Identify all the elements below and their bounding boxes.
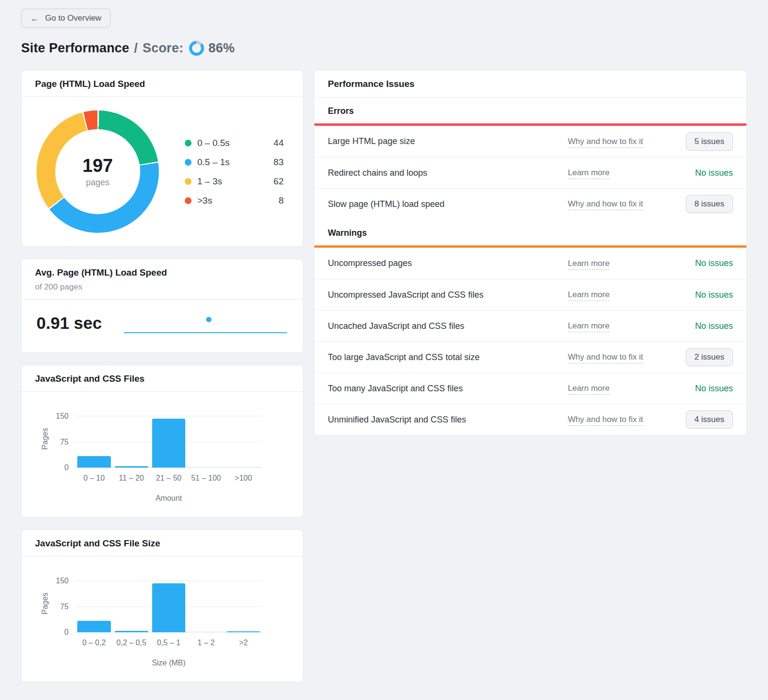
issues-section-title: Warnings	[314, 219, 746, 245]
bar	[152, 419, 186, 468]
bar-slot	[187, 411, 225, 468]
issue-row: Uncached JavaScript and CSS filesLearn m…	[314, 310, 746, 341]
load-speed-legend: 0 – 0.5s440.5 – 1s831 – 3s62>3s8	[185, 138, 284, 206]
no-issues-label: No issues	[695, 321, 733, 331]
title-separator: /	[134, 41, 138, 56]
performance-issues-header: Performance Issues	[314, 71, 746, 97]
bar-slot	[225, 576, 262, 632]
x-tick-labels: 0 – 0,20,2 – 0,50,5 – 11 – 2>2	[75, 639, 262, 647]
issue-name: Uncached JavaScript and CSS files	[328, 321, 568, 331]
bar-slot	[187, 576, 225, 632]
legend-dot	[185, 197, 192, 204]
bar-slot	[113, 411, 150, 468]
issue-help-link[interactable]: Why and how to fix it	[568, 199, 643, 210]
issue-link-cell: Why and how to fix it	[568, 352, 686, 362]
issue-help-link[interactable]: Why and how to fix it	[568, 415, 643, 426]
issue-help-link[interactable]: Learn more	[568, 290, 610, 301]
legend-label: 1 – 3s	[197, 176, 264, 187]
avg-load-speed-card: Avg. Page (HTML) Load Speed of 200 pages…	[21, 259, 303, 353]
bar-slot	[75, 576, 113, 632]
x-tick-label: 0 – 0,2	[75, 639, 113, 647]
issue-link-cell: Learn more	[568, 168, 695, 178]
legend-label: 0.5 – 1s	[197, 157, 264, 168]
legend-item: 1 – 3s62	[185, 176, 284, 187]
bars	[75, 576, 262, 632]
legend-value: 44	[264, 138, 284, 148]
issue-status-cell: No issues	[695, 321, 733, 331]
issue-status-cell: No issues	[695, 258, 733, 268]
y-tick-label: 0	[64, 463, 69, 472]
issue-name: Large HTML page size	[328, 136, 568, 146]
issues-section-rows: Large HTML page sizeWhy and how to fix i…	[314, 126, 746, 219]
avg-load-speed-sparkline	[124, 308, 287, 338]
go-to-overview-label: Go to Overview	[45, 13, 101, 23]
issue-name: Uncompressed JavaScript and CSS files	[328, 290, 568, 300]
bar	[152, 583, 186, 632]
issue-link-cell: Learn more	[568, 321, 695, 331]
js-css-file-size-card: JavaScript and CSS File Size Pages075150…	[21, 530, 303, 682]
bar-slot	[75, 411, 113, 468]
issue-count-button[interactable]: 8 issues	[686, 195, 733, 213]
issue-row: Large HTML page sizeWhy and how to fix i…	[314, 126, 746, 157]
issue-name: Unminified JavaScript and CSS files	[328, 415, 568, 425]
legend-value: 83	[264, 157, 284, 168]
issue-count-button[interactable]: 4 issues	[686, 410, 733, 429]
page-load-speed-title: Page (HTML) Load Speed	[35, 79, 289, 89]
x-tick-label: 0 – 10	[75, 474, 113, 483]
issue-row: Redirect chains and loopsLearn moreNo is…	[314, 157, 746, 188]
performance-issues-card: Performance Issues ErrorsLarge HTML page…	[314, 70, 747, 435]
issue-row: Slow page (HTML) load speedWhy and how t…	[314, 188, 746, 219]
issue-help-link[interactable]: Why and how to fix it	[568, 352, 643, 363]
issue-help-link[interactable]: Learn more	[568, 168, 610, 179]
x-tick-label: 51 – 100	[187, 474, 225, 483]
issues-section-rows: Uncompressed pagesLearn moreNo issuesUnc…	[314, 248, 746, 435]
x-tick-label: 21 – 50	[150, 474, 188, 483]
js-css-files-header: JavaScript and CSS Files	[22, 365, 303, 391]
issue-link-cell: Why and how to fix it	[568, 199, 686, 209]
bar	[115, 466, 148, 468]
issue-help-link[interactable]: Learn more	[568, 259, 610, 270]
bar	[77, 621, 111, 632]
x-tick-label: 11 – 20	[113, 474, 150, 483]
bar-slot	[150, 411, 188, 468]
issue-row: Uncompressed pagesLearn moreNo issues	[314, 248, 746, 279]
x-tick-labels: 0 – 1011 – 2021 – 5051 – 100>100	[75, 474, 262, 483]
legend-item: 0 – 0.5s44	[185, 138, 284, 148]
donut-total-pages: 197	[83, 156, 113, 176]
issue-help-link[interactable]: Learn more	[568, 384, 610, 395]
x-tick-label: 0,5 – 1	[150, 639, 188, 647]
score-label: Score:	[143, 41, 183, 56]
page-load-speed-card: Page (HTML) Load Speed 197 pages 0 – 0.5…	[21, 70, 303, 247]
bar	[115, 631, 148, 632]
issue-count-button[interactable]: 5 issues	[686, 133, 733, 151]
x-axis-label: Amount	[75, 494, 262, 503]
page-title: Site Performance / Score: 86%	[21, 41, 747, 56]
y-tick-label: 150	[56, 577, 69, 585]
sparkline-baseline	[124, 332, 287, 333]
page-load-speed-header: Page (HTML) Load Speed	[22, 71, 303, 97]
js-css-file-size-title: JavaScript and CSS File Size	[35, 538, 289, 549]
issues-section-title: Errors	[314, 97, 746, 123]
issue-help-link[interactable]: Why and how to fix it	[568, 137, 643, 148]
issue-status-cell: 8 issues	[686, 195, 733, 213]
issue-status-cell: 4 issues	[686, 410, 733, 429]
issue-status-cell: No issues	[695, 168, 733, 178]
page-title-text: Site Performance	[21, 41, 129, 56]
issue-link-cell: Why and how to fix it	[568, 415, 686, 424]
bar-slot	[150, 576, 188, 632]
bar-plot: Pages075150	[75, 576, 262, 632]
issue-name: Too large JavaScript and CSS total size	[328, 352, 568, 362]
go-to-overview-button[interactable]: ← Go to Overview	[21, 9, 110, 28]
issues-sections: ErrorsLarge HTML page sizeWhy and how to…	[314, 97, 746, 435]
issue-name: Redirect chains and loops	[328, 168, 568, 178]
y-axis-label: Pages	[41, 428, 49, 449]
issue-link-cell: Learn more	[568, 384, 695, 393]
issue-help-link[interactable]: Learn more	[568, 321, 610, 332]
legend-label: >3s	[197, 195, 264, 206]
issue-count-button[interactable]: 2 issues	[686, 348, 733, 366]
legend-value: 62	[264, 176, 284, 187]
charts-column: Page (HTML) Load Speed 197 pages 0 – 0.5…	[21, 70, 303, 682]
legend-item: 0.5 – 1s83	[185, 157, 284, 168]
issue-status-cell: 5 issues	[686, 133, 733, 151]
avg-load-speed-body: 0.91 sec	[22, 300, 303, 352]
